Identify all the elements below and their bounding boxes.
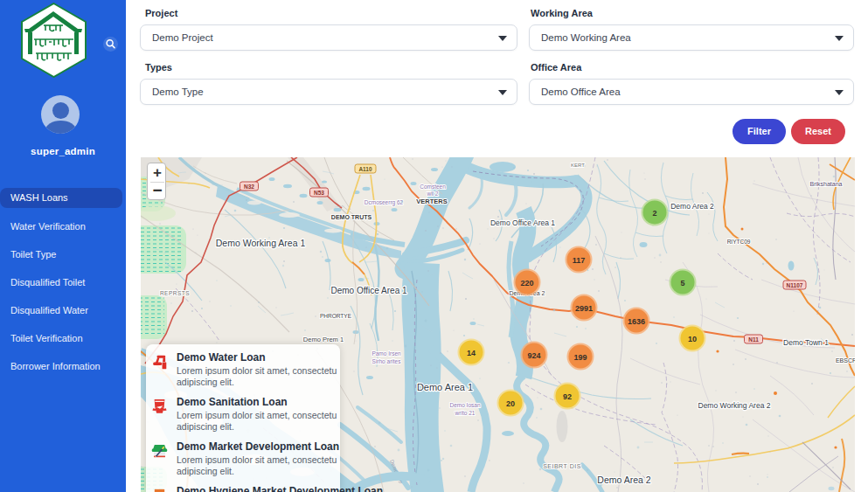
svg-text:Pamo Irsen: Pamo Irsen xyxy=(372,350,401,357)
svg-text:Demo Area 1: Demo Area 1 xyxy=(417,382,473,392)
svg-text:REPRSTS: REPRSTS xyxy=(160,290,190,296)
svg-text:Demo Iosan: Demo Iosan xyxy=(449,402,480,408)
svg-text:14: 14 xyxy=(467,349,476,357)
svg-text:2991: 2991 xyxy=(575,304,593,313)
svg-text:2: 2 xyxy=(652,209,656,218)
svg-text:N53: N53 xyxy=(314,190,324,196)
svg-text:RIYTC09: RIYTC09 xyxy=(727,239,751,245)
svg-text:Demo Office Area 1: Demo Office Area 1 xyxy=(330,286,407,295)
svg-text:KERT: KERT xyxy=(571,163,585,168)
svg-text:writo 21: writo 21 xyxy=(455,410,476,416)
svg-text:1636: 1636 xyxy=(628,317,645,326)
svg-text:Demo Working Area 2: Demo Working Area 2 xyxy=(698,401,771,410)
svg-text:199: 199 xyxy=(573,353,587,362)
svg-text:10: 10 xyxy=(688,335,697,343)
svg-text:DEMO TRUTS: DEMO TRUTS xyxy=(331,214,372,220)
svg-text:Sirho arites: Sirho arites xyxy=(372,358,402,364)
svg-text:Demo Area 2: Demo Area 2 xyxy=(670,202,714,211)
svg-text:Demo Area 2: Demo Area 2 xyxy=(597,475,650,485)
svg-text:VERTERS: VERTERS xyxy=(416,197,447,205)
svg-text:A110: A110 xyxy=(358,166,372,172)
svg-text:EBSCR: EBSCR xyxy=(836,357,855,364)
svg-text:Demo Working Area 1: Demo Working Area 1 xyxy=(216,238,306,248)
svg-text:Brikshatana: Brikshatana xyxy=(810,181,843,187)
svg-text:SEIBRT DIS: SEIBRT DIS xyxy=(543,463,581,469)
svg-text:PHRORTYE: PHRORTYE xyxy=(320,313,352,319)
svg-text:220: 220 xyxy=(520,279,533,288)
svg-text:N1107: N1107 xyxy=(787,282,803,288)
svg-text:N32: N32 xyxy=(244,184,254,190)
svg-text:Dcmoseerrg 62: Dcmoseerrg 62 xyxy=(365,199,404,206)
svg-text:924: 924 xyxy=(527,351,540,360)
svg-text:N11: N11 xyxy=(748,336,759,343)
svg-text:Demo Prem 1: Demo Prem 1 xyxy=(303,336,344,343)
svg-text:5: 5 xyxy=(680,279,684,288)
svg-text:117: 117 xyxy=(573,256,586,265)
svg-text:wll 2: wll 2 xyxy=(426,191,438,197)
svg-text:20: 20 xyxy=(506,399,515,408)
svg-text:92: 92 xyxy=(563,392,572,401)
svg-text:Comsteen: Comsteen xyxy=(420,184,446,190)
